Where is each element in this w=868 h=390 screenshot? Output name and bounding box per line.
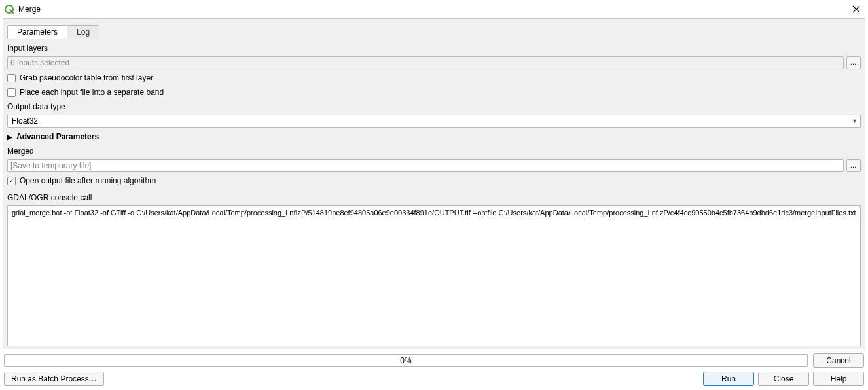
dialog-body: Parameters Log Input layers 6 inputs sel… bbox=[3, 18, 865, 349]
output-data-type-select[interactable]: Float32 ▼ bbox=[7, 115, 861, 128]
output-data-type-label: Output data type bbox=[7, 101, 861, 112]
grab-pseudocolor-checkbox[interactable] bbox=[7, 74, 16, 82]
close-icon[interactable] bbox=[848, 1, 864, 17]
progress-bar: 0% bbox=[4, 354, 808, 367]
dialog-footer: 0% Cancel Run as Batch Process… Run Clos… bbox=[0, 351, 868, 390]
separate-band-label: Place each input file into a separate ba… bbox=[20, 88, 164, 97]
input-layers-field[interactable]: 6 inputs selected bbox=[7, 56, 844, 69]
parameters-panel: Input layers 6 inputs selected … Grab ps… bbox=[7, 39, 861, 346]
advanced-parameters-toggle[interactable]: ▶ Advanced Parameters bbox=[7, 130, 861, 143]
close-button[interactable]: Close bbox=[758, 372, 809, 386]
chevron-down-icon: ▼ bbox=[852, 118, 858, 124]
cancel-button[interactable]: Cancel bbox=[813, 353, 864, 368]
merged-output-browse-button[interactable]: … bbox=[846, 159, 861, 172]
run-button[interactable]: Run bbox=[703, 372, 754, 386]
merged-output-field[interactable]: [Save to temporary file] bbox=[7, 159, 844, 172]
open-output-label: Open output file after running algorithm bbox=[20, 176, 156, 185]
input-layers-browse-button[interactable]: … bbox=[846, 56, 861, 69]
merged-label: Merged bbox=[7, 145, 861, 156]
tab-parameters[interactable]: Parameters bbox=[7, 25, 67, 39]
console-call-text[interactable]: gdal_merge.bat -ot Float32 -of GTiff -o … bbox=[7, 205, 861, 346]
grab-pseudocolor-label: Grab pseudocolor table from first layer bbox=[20, 73, 153, 82]
triangle-right-icon: ▶ bbox=[7, 133, 12, 141]
tab-log[interactable]: Log bbox=[67, 25, 99, 39]
progress-text: 0% bbox=[400, 356, 411, 365]
tab-bar: Parameters Log bbox=[7, 23, 861, 39]
output-data-type-value: Float32 bbox=[12, 116, 38, 126]
window-title: Merge bbox=[18, 5, 41, 14]
run-batch-button[interactable]: Run as Batch Process… bbox=[4, 372, 104, 386]
qgis-icon bbox=[4, 4, 14, 14]
separate-band-checkbox[interactable] bbox=[7, 88, 16, 97]
input-layers-label: Input layers bbox=[7, 43, 861, 54]
console-call-label: GDAL/OGR console call bbox=[7, 189, 861, 203]
help-button[interactable]: Help bbox=[813, 372, 864, 386]
title-bar: Merge bbox=[0, 0, 868, 18]
open-output-checkbox[interactable]: ✓ bbox=[7, 177, 16, 185]
advanced-parameters-label: Advanced Parameters bbox=[16, 132, 99, 141]
